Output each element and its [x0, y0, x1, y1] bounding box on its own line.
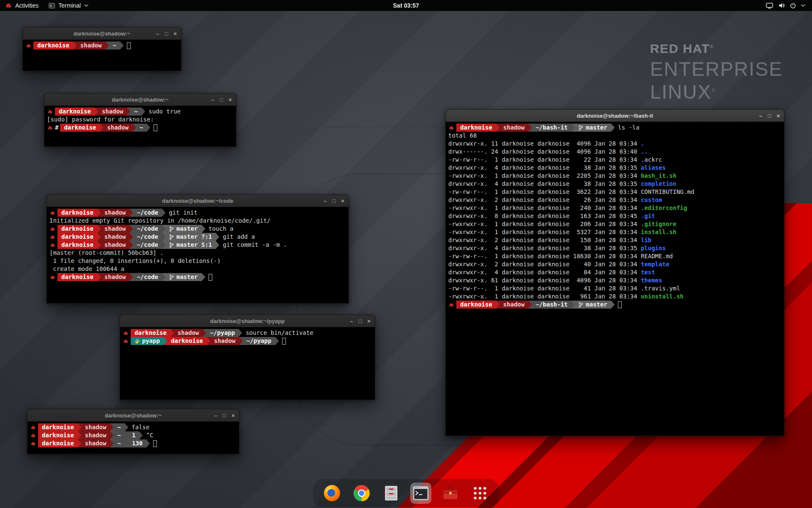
- window-titlebar[interactable]: darknoise@shadow:~/code –□×: [47, 195, 348, 207]
- powerline-arrow-icon: [162, 273, 165, 281]
- prompt-segment-path: ~/code: [133, 233, 162, 241]
- terminal-window-6[interactable]: darknoise@shadow:~/bash-it –□× darknoise…: [445, 109, 785, 436]
- terminal-content[interactable]: darknoiseshadow~ falsedarknoiseshadow~1 …: [27, 422, 239, 447]
- window-titlebar[interactable]: darknoise@shadow:~/bash-it –□×: [446, 110, 784, 122]
- file-attributes: drwxrwxr-x. 61 darknoise darknoise 4096 …: [448, 277, 641, 284]
- output-line: 1 file changed, 0 insertions(+), 0 delet…: [49, 257, 346, 265]
- file-row: drwxrwxr-x. 2 darknoise darknoise 40 Jan…: [448, 260, 782, 268]
- file-name: ..: [641, 148, 648, 155]
- maximize-button[interactable]: □: [165, 31, 168, 36]
- minimize-button[interactable]: –: [156, 31, 159, 36]
- file-attributes: drwxrwxr-x. 4 darknoise darknoise 38 Jan…: [448, 245, 641, 251]
- root-prefix: #: [55, 124, 60, 132]
- terminal-window-3[interactable]: darknoise@shadow:~/code –□× darknoisesha…: [47, 194, 349, 304]
- terminal-icon: [412, 484, 430, 502]
- terminal-window-2[interactable]: darknoise@shadow:~ –□× darknoiseshadow~ …: [44, 93, 236, 147]
- dock-chrome[interactable]: [351, 483, 372, 504]
- maximize-button[interactable]: □: [332, 198, 336, 204]
- power-icon[interactable]: [787, 0, 798, 11]
- terminal-window-1[interactable]: darknoise@shadow:~ –□× darknoiseshadow~: [22, 27, 181, 71]
- minimize-button[interactable]: –: [759, 113, 762, 119]
- dock-files[interactable]: [381, 483, 402, 504]
- maximize-button[interactable]: □: [359, 318, 362, 324]
- command-text: touch a: [205, 225, 233, 233]
- prompt-line: darknoiseshadow~/codemaster: [49, 273, 346, 281]
- prompt-segment-user: darknoise: [58, 225, 97, 233]
- powerline-arrow-icon: [110, 431, 113, 439]
- powerline-arrow-icon: [147, 124, 150, 132]
- chevron-down-icon[interactable]: [798, 0, 808, 11]
- powerline-arrow-icon: [127, 108, 130, 116]
- file-name: lib: [641, 237, 651, 243]
- terminal-window-4[interactable]: darknoise@shadow:~/pyapp –□× darknoisesh…: [120, 315, 375, 400]
- powerline-arrow-icon: [125, 431, 128, 439]
- display-icon[interactable]: [763, 0, 776, 11]
- prompt-segment-user: darknoise: [58, 273, 97, 281]
- activities-button[interactable]: Activities: [0, 0, 44, 11]
- maximize-button[interactable]: □: [223, 413, 226, 418]
- powerline-arrow-icon: [97, 241, 101, 249]
- minimize-button[interactable]: –: [211, 97, 214, 102]
- minimize-button[interactable]: –: [350, 318, 353, 324]
- prompt-segment-user: darknoise: [58, 209, 97, 217]
- minimize-button[interactable]: –: [214, 413, 217, 418]
- file-row: -rw-rw-r--. 1 darknoise darknoise 3622 J…: [448, 188, 782, 196]
- window-titlebar[interactable]: darknoise@shadow:~/pyapp –□×: [120, 315, 375, 327]
- prompt-segment-host: shadow: [101, 273, 130, 281]
- window-titlebar[interactable]: darknoise@shadow:~ –□×: [23, 28, 181, 40]
- prompt-segment-user: darknoise: [60, 124, 100, 132]
- prompt-segment-path: ~/code: [133, 225, 162, 233]
- terminal-cursor: [127, 42, 131, 49]
- redhat-logo-icon: [5, 3, 12, 8]
- app-menu-terminal[interactable]: Terminal: [44, 0, 93, 11]
- window-titlebar[interactable]: darknoise@shadow:~ –□×: [44, 94, 236, 106]
- file-name: .gitignore: [641, 221, 676, 227]
- prompt-line: darknoiseshadow~ sudo true: [47, 108, 233, 116]
- redhat-prompt-icon: [30, 442, 36, 446]
- maximize-button[interactable]: □: [220, 97, 223, 102]
- maximize-button[interactable]: □: [768, 113, 771, 119]
- clock[interactable]: Sat 03:57: [389, 0, 423, 11]
- file-name: .: [641, 140, 644, 147]
- powerline-arrow-icon: [162, 225, 165, 233]
- file-attributes: drwxrwxr-x. 2 darknoise darknoise 150 Ja…: [448, 237, 641, 243]
- window-titlebar[interactable]: darknoise@shadow:~ –□×: [27, 409, 239, 422]
- dock-firefox[interactable]: [321, 483, 343, 504]
- dock-app-grid[interactable]: [469, 483, 491, 504]
- prompt-segment-path: ~/pyapp: [243, 337, 275, 345]
- close-button[interactable]: ×: [228, 97, 232, 102]
- terminal-content[interactable]: darknoiseshadow~/bash-itmaster ls -latot…: [446, 122, 784, 309]
- powerline-arrow-icon: [110, 439, 113, 447]
- volume-icon[interactable]: [776, 0, 787, 11]
- file-attributes: -rw-rw-r--. 1 darknoise darknoise 41 Jan…: [448, 285, 641, 292]
- close-button[interactable]: ×: [776, 113, 780, 119]
- chevron-down-icon: [84, 4, 88, 7]
- prompt-segment-path: ~: [113, 439, 124, 447]
- prompt-segment-user: darknoise: [38, 431, 78, 439]
- close-button[interactable]: ×: [341, 198, 344, 204]
- terminal-window-5[interactable]: darknoise@shadow:~ –□× darknoiseshadow~ …: [27, 409, 239, 454]
- powerline-arrow-icon: [170, 329, 174, 337]
- file-row: drwxrwxr-x. 8 darknoise darknoise 163 Ja…: [448, 212, 782, 220]
- desktop: RED HAT® ENTERPRISE LINUX® Activities Te…: [0, 0, 812, 508]
- prompt-segment-user: darknoise: [55, 108, 95, 116]
- minimize-button[interactable]: –: [324, 198, 326, 204]
- powerline-arrow-icon: [95, 108, 98, 116]
- file-row: -rw-rw-r--. 1 darknoise darknoise 41 Jan…: [448, 284, 782, 293]
- close-button[interactable]: ×: [231, 413, 235, 418]
- file-name: template: [641, 261, 669, 268]
- close-button[interactable]: ×: [173, 31, 177, 36]
- terminal-content[interactable]: darknoiseshadow~/code git initInitialize…: [47, 207, 348, 281]
- window-controls: –□×: [156, 28, 177, 39]
- terminal-content[interactable]: darknoiseshadow~ sudo true[sudo] passwor…: [44, 106, 236, 132]
- terminal-content[interactable]: darknoiseshadow~/pyapp source bin/activa…: [120, 327, 375, 345]
- terminal-content[interactable]: darknoiseshadow~: [23, 40, 181, 50]
- dock-toolbox[interactable]: [440, 483, 461, 504]
- command-text: false: [128, 423, 150, 431]
- file-row: drwxrwxr-x. 4 darknoise darknoise 38 Jan…: [448, 180, 782, 188]
- dock-terminal[interactable]: [410, 483, 431, 504]
- file-attributes: drwxrwxr-x. 4 darknoise darknoise 38 Jan…: [448, 180, 641, 187]
- file-name: install.sh: [641, 229, 676, 235]
- status-area[interactable]: [763, 0, 812, 11]
- close-button[interactable]: ×: [367, 318, 370, 324]
